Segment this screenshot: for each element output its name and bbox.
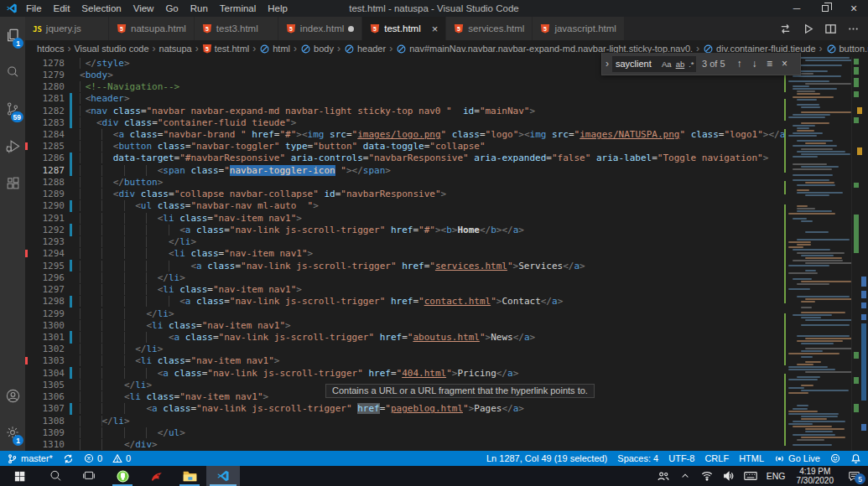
breadcrumb-item[interactable]: htdocs — [37, 44, 64, 54]
status-0[interactable]: 0 — [112, 453, 131, 463]
minimap[interactable] — [784, 57, 851, 451]
code-line[interactable]: 1304 <a class="nav-link js-scroll-trigge… — [25, 367, 784, 379]
find-previous-button[interactable]: ↑ — [732, 58, 747, 70]
minimize-button[interactable]: ─ — [782, 0, 811, 17]
line-number[interactable]: 1308 — [28, 416, 65, 427]
line-number[interactable]: 1289 — [28, 189, 65, 199]
more-actions-button[interactable] — [847, 23, 860, 35]
line-number[interactable]: 1286 — [28, 153, 65, 163]
code-line[interactable]: 1286 data-target="#navbarResponsive" ari… — [25, 153, 784, 164]
line-number[interactable]: 1291 — [28, 213, 65, 224]
line-number[interactable]: 1306 — [28, 391, 65, 402]
line-number[interactable]: 1283 — [28, 117, 65, 128]
menu-run[interactable]: Run — [185, 3, 214, 13]
menu-selection[interactable]: Selection — [75, 3, 127, 13]
line-number[interactable]: 1302 — [28, 344, 65, 354]
line-number[interactable]: 1307 — [28, 403, 65, 414]
code-line[interactable]: 1288 </button> — [25, 176, 784, 188]
tab-index.html[interactable]: 5index.html — [278, 17, 362, 40]
code-line[interactable]: 1297 <li class="nav-item nav1"> — [25, 283, 784, 295]
line-number[interactable]: 1284 — [28, 129, 65, 140]
line-number[interactable]: 1304 — [28, 368, 65, 379]
restore-button[interactable] — [811, 0, 839, 17]
activity-extensions[interactable] — [0, 164, 25, 201]
breadcrumb-item[interactable]: button.navbar-toggler — [826, 44, 868, 54]
taskbar-garena[interactable] — [139, 466, 173, 486]
status-bell[interactable] — [850, 453, 861, 464]
tab-natsupa.html[interactable]: 5natsupa.html — [109, 17, 195, 40]
menu-terminal[interactable]: Terminal — [214, 3, 262, 13]
tab-test.html[interactable]: 5test.html× — [362, 17, 446, 40]
line-number[interactable]: 1309 — [28, 427, 65, 438]
status-master[interactable]: master* — [7, 453, 53, 464]
status-utf-8[interactable]: UTF-8 — [668, 453, 694, 463]
status-go-live[interactable]: Go Live — [774, 453, 820, 464]
line-number[interactable]: 1298 — [28, 296, 65, 307]
tab-services.html[interactable]: 5services.html — [446, 17, 533, 40]
code-line[interactable]: 1281 <header> — [25, 93, 784, 105]
breadcrumb-item[interactable]: natsupa — [159, 44, 192, 54]
menu-go[interactable]: Go — [159, 3, 184, 13]
find-close-button[interactable]: × — [777, 58, 793, 70]
language-indicator[interactable]: ENG — [761, 471, 791, 481]
find-next-button[interactable]: ↓ — [747, 58, 762, 70]
code-line[interactable]: 1301 <a class="nav-link js-scroll-trigge… — [25, 331, 784, 343]
code-line[interactable]: 1284 <a class="navbar-brand " href="#"><… — [25, 128, 784, 140]
menu-edit[interactable]: Edit — [48, 3, 76, 13]
line-number[interactable]: 1296 — [28, 272, 65, 283]
line-number[interactable]: 1294 — [28, 248, 65, 259]
code-line[interactable]: 1285 <button class="navbar-toggler" type… — [25, 141, 784, 153]
breadcrumb-item[interactable]: Visual studio code — [74, 44, 148, 54]
code-line[interactable]: 1308 </li> — [25, 415, 784, 427]
line-number[interactable]: 1290 — [28, 200, 65, 211]
taskbar-coccoc-browser[interactable] — [106, 466, 139, 486]
status-spaces-4[interactable]: Spaces: 4 — [617, 453, 658, 463]
status-ln-1287-col-49-19-selected[interactable]: Ln 1287, Col 49 (19 selected) — [486, 453, 607, 463]
code-line[interactable]: 1310 </div> — [25, 439, 784, 451]
code-line[interactable]: 1302 </li> — [25, 344, 784, 355]
code-line[interactable]: 1292 <a class="nav-link js-scroll-trigge… — [25, 224, 784, 235]
taskbar-taskbar-search[interactable] — [39, 466, 72, 486]
status-0[interactable]: 0 — [84, 453, 102, 463]
code-line[interactable]: 1294 <li class="nav-item nav1"> — [25, 248, 784, 260]
code-line[interactable]: 1287 <span class="navbar-toggler-icon ">… — [25, 164, 784, 176]
code-line[interactable]: 1280 <!--Navigation--> — [25, 80, 784, 92]
overview-ruler-scrollbar[interactable] — [851, 57, 868, 451]
taskbar-vscode[interactable] — [206, 466, 240, 486]
breadcrumb-item[interactable]: header — [344, 44, 386, 54]
menu-help[interactable]: Help — [262, 3, 294, 13]
run-file-button[interactable] — [802, 23, 814, 35]
code-line[interactable]: 1299 </li> — [25, 308, 784, 319]
find-input[interactable] — [612, 59, 661, 69]
menu-file[interactable]: File — [20, 3, 48, 13]
toggle-replace-chevron-icon[interactable]: › — [602, 58, 612, 70]
breadcrumb-item[interactable]: html — [259, 44, 290, 54]
line-number[interactable]: 1305 — [28, 380, 65, 390]
line-number[interactable]: 1293 — [28, 236, 65, 247]
line-number[interactable]: 1282 — [28, 106, 65, 116]
line-number[interactable]: 1297 — [28, 284, 65, 295]
status-html[interactable]: HTML — [739, 453, 764, 463]
taskbar-task-view[interactable] — [72, 466, 106, 486]
code-line[interactable]: 1289 <div class="collapse navbar-collaps… — [25, 189, 784, 200]
breadcrumb-item[interactable]: body — [300, 44, 334, 54]
code-line[interactable]: 1296 </li> — [25, 271, 784, 283]
code-line[interactable]: 1300 <li class="nav-item nav1"> — [25, 319, 784, 331]
code-line[interactable]: 1283 <div class="container-fluid tieude"… — [25, 116, 784, 128]
action-center-button[interactable]: 5 — [839, 466, 868, 486]
line-number[interactable]: 1303 — [28, 355, 65, 366]
activity-settings[interactable]: 1 — [0, 414, 25, 451]
tray-people[interactable] — [652, 466, 674, 486]
line-number[interactable]: 1295 — [28, 261, 65, 271]
split-editor-button[interactable] — [824, 23, 837, 35]
line-number[interactable]: 1281 — [28, 93, 65, 104]
activity-search[interactable] — [0, 54, 25, 90]
activity-source-control[interactable]: 59 — [0, 90, 25, 127]
line-number[interactable]: 1292 — [28, 225, 65, 235]
activity-account[interactable] — [0, 377, 25, 414]
activity-run-debug[interactable] — [0, 127, 25, 164]
menu-view[interactable]: View — [127, 3, 160, 13]
code-line[interactable]: 1290 <ul class="navbar-nav ml-auto "> — [25, 200, 784, 212]
clock[interactable]: 4:19 PM 7/30/2020 — [791, 467, 840, 485]
code-line[interactable]: 1282 <nav class="navbar navbar-expand-md… — [25, 105, 784, 116]
